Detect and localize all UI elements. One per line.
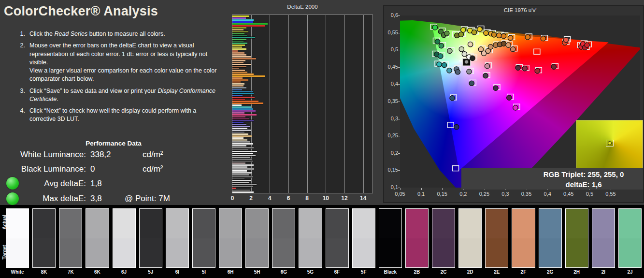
deltae-error-bar[interactable] xyxy=(232,178,244,179)
deltae-error-bar[interactable] xyxy=(232,19,254,21)
deltae-error-bar[interactable] xyxy=(232,126,250,127)
deltae-error-bar[interactable] xyxy=(232,149,248,150)
x-tick xyxy=(400,188,401,190)
deltae-error-bar[interactable] xyxy=(232,81,241,83)
swatch-label: 5H xyxy=(245,269,269,275)
deltae-error-bar[interactable] xyxy=(232,141,250,143)
deltae-error-bar[interactable] xyxy=(232,91,253,92)
deltae-error-bar[interactable] xyxy=(232,77,243,79)
deltae-error-bar[interactable] xyxy=(232,58,256,59)
deltae-error-bar[interactable] xyxy=(232,182,249,183)
deltae-error-bar[interactable] xyxy=(232,15,249,17)
deltae-error-bar[interactable] xyxy=(232,93,254,94)
deltae-error-bar[interactable] xyxy=(232,145,246,146)
deltae-error-bar[interactable] xyxy=(232,27,246,29)
deltae-error-bar[interactable] xyxy=(232,46,242,48)
deltae-error-bar[interactable] xyxy=(232,151,257,152)
deltae-error-bar[interactable] xyxy=(232,75,265,77)
deltae-error-bar[interactable] xyxy=(232,143,253,145)
deltae-error-bar[interactable] xyxy=(232,132,244,133)
deltae-error-bar[interactable] xyxy=(232,110,256,112)
deltae-error-bar[interactable] xyxy=(232,159,252,160)
deltae-error-bar[interactable] xyxy=(232,35,247,36)
deltae-error-bar[interactable] xyxy=(232,25,265,27)
deltae-error-bar[interactable] xyxy=(232,29,243,30)
deltae-error-bar[interactable] xyxy=(232,172,252,174)
deltae-error-bar[interactable] xyxy=(232,174,249,176)
deltae-error-bar[interactable] xyxy=(232,168,254,170)
deltae-error-bar[interactable] xyxy=(232,17,246,19)
deltae-error-bar[interactable] xyxy=(232,124,246,125)
deltae-error-bar[interactable] xyxy=(232,153,253,154)
deltae-error-bar[interactable] xyxy=(232,21,253,23)
deltae-error-bar[interactable] xyxy=(232,66,246,67)
deltae-error-bar[interactable] xyxy=(232,97,255,98)
deltae-error-bar[interactable] xyxy=(232,186,253,187)
deltae-error-bar[interactable] xyxy=(232,133,248,135)
deltae-error-bar[interactable] xyxy=(232,54,246,56)
deltae-error-bar[interactable] xyxy=(232,147,254,148)
deltae-error-bar[interactable] xyxy=(232,114,257,116)
deltae-error-bar[interactable] xyxy=(232,120,254,121)
deltae-error-bar[interactable] xyxy=(232,188,236,189)
deltae-error-bar[interactable] xyxy=(232,48,246,50)
deltae-error-bar[interactable] xyxy=(232,161,253,162)
deltae-error-bar[interactable] xyxy=(232,122,243,123)
deltae-error-bar[interactable] xyxy=(232,128,247,129)
deltae-error-bar[interactable] xyxy=(232,85,243,87)
deltae-error-bar[interactable] xyxy=(232,155,256,156)
deltae-error-bar[interactable] xyxy=(232,104,242,106)
deltae-error-bar[interactable] xyxy=(232,23,268,25)
deltae-error-bar[interactable] xyxy=(232,191,254,193)
deltae-error-bar[interactable] xyxy=(232,79,248,81)
deltae-error-bar[interactable] xyxy=(232,89,242,90)
deltae-error-bar[interactable] xyxy=(232,87,246,88)
deltae-error-bar[interactable] xyxy=(232,52,244,54)
deltae-error-bar[interactable] xyxy=(232,56,251,58)
deltae-error-bar[interactable] xyxy=(232,190,250,191)
deltae-error-bar[interactable] xyxy=(232,39,246,40)
deltae-error-bar[interactable] xyxy=(232,60,245,61)
deltae-error-bar[interactable] xyxy=(232,170,247,172)
deltae-error-bar[interactable] xyxy=(232,118,249,119)
deltae-error-bar[interactable] xyxy=(232,62,243,63)
deltae-error-bar[interactable] xyxy=(232,137,243,139)
deltae-error-bar[interactable] xyxy=(232,184,257,185)
deltae-error-bar[interactable] xyxy=(232,135,252,137)
deltae-error-bar[interactable] xyxy=(232,180,251,181)
deltae-error-bar[interactable] xyxy=(232,44,245,46)
deltae-error-bar[interactable] xyxy=(232,166,247,168)
deltae-error-bar[interactable] xyxy=(232,106,251,108)
deltae-error-bar[interactable] xyxy=(232,31,248,32)
deltae-error-bar[interactable] xyxy=(232,41,243,42)
deltae-error-bar[interactable] xyxy=(232,99,245,100)
deltae-error-bar[interactable] xyxy=(232,73,254,75)
y-tick-label: 0,55 xyxy=(384,29,398,35)
deltae-error-bar[interactable] xyxy=(232,162,245,164)
deltae-error-bar[interactable] xyxy=(232,102,263,104)
deltae-error-bar[interactable] xyxy=(232,50,238,52)
swatch-column: 5G xyxy=(299,208,322,275)
deltae-error-bar[interactable] xyxy=(232,64,251,65)
deltae-error-bar[interactable] xyxy=(232,164,254,166)
deltae-error-bar[interactable] xyxy=(232,70,245,71)
deltae-error-bar[interactable] xyxy=(232,176,253,177)
deltae-error-bar[interactable] xyxy=(232,116,245,117)
deltae-error-bar[interactable] xyxy=(232,101,258,102)
deltae-error-bar[interactable] xyxy=(232,108,253,110)
deltae-error-bar[interactable] xyxy=(232,37,255,38)
deltae-error-bar[interactable] xyxy=(232,43,247,44)
deltae-error-bar[interactable] xyxy=(232,72,247,73)
deltae-error-bar[interactable] xyxy=(232,33,244,34)
deltae-error-bar[interactable] xyxy=(232,139,247,141)
deltae-error-bar[interactable] xyxy=(232,130,251,131)
gridline xyxy=(363,15,364,193)
deltae-error-bar[interactable] xyxy=(232,83,244,85)
y-tick-label: 0,45 xyxy=(384,64,398,70)
max-deltae-point: @ Point: 7M xyxy=(125,194,170,204)
swatch-actual xyxy=(326,209,348,238)
deltae-error-bar[interactable] xyxy=(232,95,243,96)
deltae-error-bar[interactable] xyxy=(232,157,250,158)
deltae-error-bar[interactable] xyxy=(232,68,239,69)
deltae-error-bar[interactable] xyxy=(232,112,244,114)
